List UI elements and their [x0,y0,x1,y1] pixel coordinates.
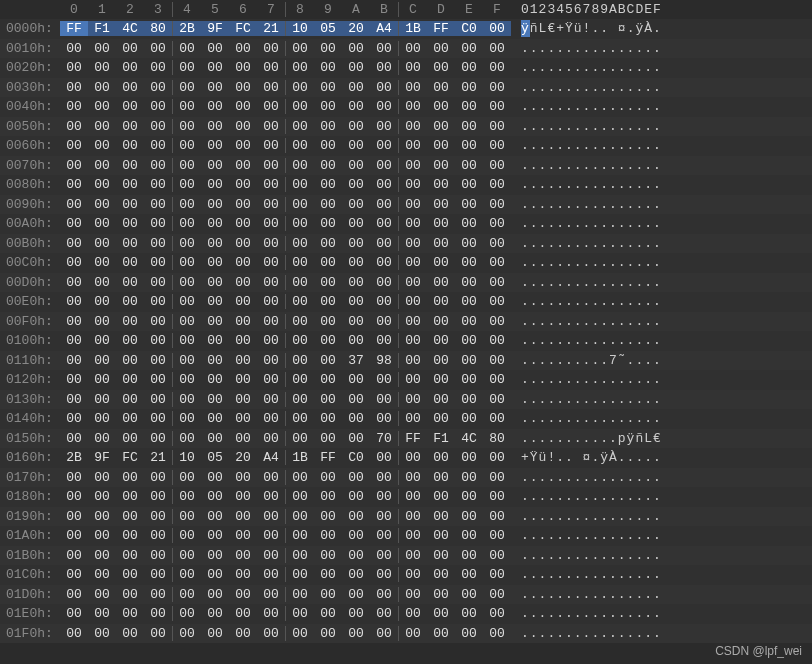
hex-cell[interactable]: 00 [173,587,201,602]
hex-cell[interactable]: 00 [201,255,229,270]
hex-cell[interactable]: 00 [173,294,201,309]
hex-cell[interactable]: 00 [314,567,342,582]
hex-cell[interactable]: 00 [427,177,455,192]
hex-cell[interactable]: 00 [116,470,144,485]
hex-cell[interactable]: 00 [370,548,398,563]
hex-cell[interactable]: 00 [286,216,314,231]
ascii-cell[interactable]: ................ [511,275,662,290]
hex-cell[interactable]: 00 [370,470,398,485]
hex-cell[interactable]: 00 [314,431,342,446]
hex-cell[interactable]: 00 [483,216,511,231]
hex-cell[interactable]: 00 [88,333,116,348]
hex-cell[interactable]: 00 [286,41,314,56]
hex-cell[interactable]: 00 [399,80,427,95]
hex-cell[interactable]: 98 [370,353,398,368]
hex-cell[interactable]: 1B [399,21,427,36]
hex-cell[interactable]: 00 [286,431,314,446]
hex-cell[interactable]: 00 [201,275,229,290]
hex-cell[interactable]: 9F [88,450,116,465]
hex-cell[interactable]: 00 [257,138,285,153]
hex-cell[interactable]: 00 [483,80,511,95]
hex-cell[interactable]: 00 [342,470,370,485]
hex-cell[interactable]: 00 [286,333,314,348]
hex-cell[interactable]: 00 [201,216,229,231]
hex-cell[interactable]: 4C [116,21,144,36]
hex-cell[interactable]: 00 [60,80,88,95]
hex-cell[interactable]: 00 [144,60,172,75]
hex-cell[interactable]: 00 [257,489,285,504]
hex-cell[interactable]: 00 [229,314,257,329]
hex-row[interactable]: 0190h:00000000000000000000000000000000..… [0,507,812,527]
hex-row[interactable]: 0070h:00000000000000000000000000000000..… [0,156,812,176]
hex-cell[interactable]: 00 [483,41,511,56]
hex-cell[interactable]: 00 [173,333,201,348]
hex-cell[interactable]: 00 [229,626,257,641]
hex-cell[interactable]: 00 [342,333,370,348]
hex-cell[interactable]: 00 [257,99,285,114]
hex-cell[interactable]: 00 [229,431,257,446]
hex-cell[interactable]: 00 [483,411,511,426]
hex-cell[interactable]: 00 [257,197,285,212]
hex-cell[interactable]: 00 [257,216,285,231]
hex-cell[interactable]: 00 [399,197,427,212]
hex-cell[interactable]: 00 [342,587,370,602]
hex-cell[interactable]: 00 [427,528,455,543]
hex-cell[interactable]: 00 [257,587,285,602]
hex-cell[interactable]: 00 [286,138,314,153]
ascii-cell[interactable]: ................ [511,158,662,173]
hex-cell[interactable]: 00 [116,138,144,153]
hex-cell[interactable]: 00 [116,606,144,621]
hex-cell[interactable]: 00 [116,255,144,270]
hex-row[interactable]: 0090h:00000000000000000000000000000000..… [0,195,812,215]
hex-cell[interactable]: 00 [455,392,483,407]
hex-cell[interactable]: 00 [455,236,483,251]
hex-cell[interactable]: 00 [60,411,88,426]
hex-cell[interactable]: 00 [342,411,370,426]
hex-cell[interactable]: 00 [201,411,229,426]
hex-cell[interactable]: 00 [483,99,511,114]
hex-cell[interactable]: 00 [314,158,342,173]
hex-cell[interactable]: 00 [483,392,511,407]
hex-cell[interactable]: 00 [286,119,314,134]
hex-cell[interactable]: 00 [370,41,398,56]
hex-cell[interactable]: 00 [399,567,427,582]
hex-cell[interactable]: 00 [286,470,314,485]
hex-cell[interactable]: 00 [229,197,257,212]
hex-cell[interactable]: 00 [201,119,229,134]
hex-cell[interactable]: 00 [370,177,398,192]
hex-cell[interactable]: 00 [427,333,455,348]
hex-cell[interactable]: 00 [342,528,370,543]
hex-cell[interactable]: 00 [370,314,398,329]
hex-cell[interactable]: 00 [88,548,116,563]
hex-cell[interactable]: 00 [286,158,314,173]
hex-cell[interactable]: 00 [116,548,144,563]
hex-cell[interactable]: 00 [229,138,257,153]
hex-cell[interactable]: 00 [173,138,201,153]
hex-cell[interactable]: 00 [201,392,229,407]
hex-row[interactable]: 00F0h:00000000000000000000000000000000..… [0,312,812,332]
hex-cell[interactable]: 00 [60,353,88,368]
hex-cell[interactable]: 00 [201,626,229,641]
hex-cell[interactable]: 00 [342,119,370,134]
hex-cell[interactable]: 00 [60,99,88,114]
hex-cell[interactable]: 00 [342,372,370,387]
hex-cell[interactable]: 00 [399,509,427,524]
hex-cell[interactable]: 00 [201,294,229,309]
hex-cell[interactable]: 00 [286,255,314,270]
hex-cell[interactable]: 00 [60,197,88,212]
hex-cell[interactable]: 00 [314,548,342,563]
hex-cell[interactable]: 00 [257,606,285,621]
hex-cell[interactable]: 00 [88,294,116,309]
hex-cell[interactable]: 00 [286,489,314,504]
hex-cell[interactable]: 70 [370,431,398,446]
hex-cell[interactable]: 00 [257,236,285,251]
hex-cell[interactable]: 00 [399,158,427,173]
hex-cell[interactable]: 00 [314,216,342,231]
hex-cell[interactable]: 00 [399,60,427,75]
hex-cell[interactable]: 00 [483,567,511,582]
hex-cell[interactable]: 00 [116,489,144,504]
hex-cell[interactable]: 21 [144,450,172,465]
hex-cell[interactable]: 00 [257,314,285,329]
hex-cell[interactable]: 00 [201,197,229,212]
hex-row[interactable]: 0180h:00000000000000000000000000000000..… [0,487,812,507]
